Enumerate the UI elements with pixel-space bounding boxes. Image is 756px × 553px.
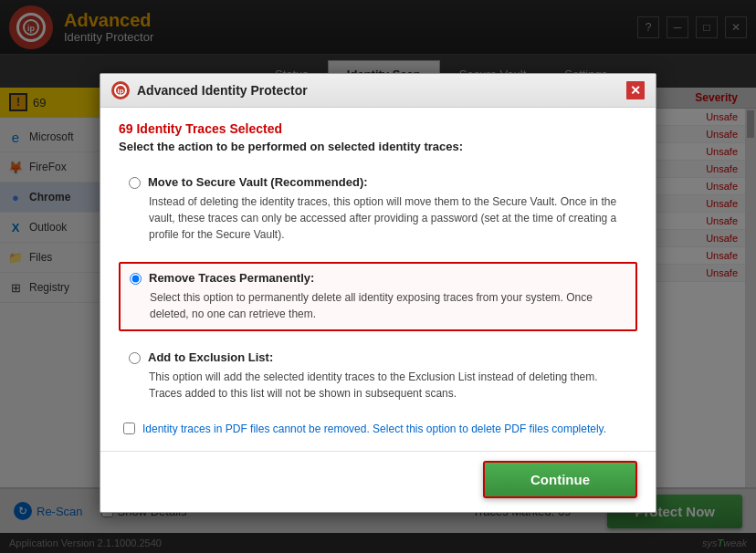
modal-logo-icon: ip [114,84,127,97]
modal-dialog: ip Advanced Identity Protector ✕ 69 Iden… [100,73,656,513]
radio-move-to-vault[interactable] [129,177,141,189]
pdf-warning-checkbox[interactable] [123,423,135,434]
modal-body: 69 Identity Traces Selected Select the a… [100,108,656,451]
pdf-warning-text: Identity traces in PDF files cannot be r… [142,421,606,437]
radio-remove-permanently-label: Remove Traces Permanently: [149,271,314,285]
app-window: ip Advanced Identity Protector ? ─ □ ✕ S… [0,0,756,553]
radio-move-to-vault-desc: Instead of deleting the identity traces,… [129,193,627,243]
radio-move-to-vault-label: Move to Secure Vault (Recommended): [148,175,368,189]
modal-header-icon: ip [111,81,130,99]
option-add-exclusion: Add to Exclusion List: This option will … [119,342,637,410]
radio-remove-permanently-desc: Select this option to permanently delete… [130,289,626,322]
radio-remove-permanently[interactable] [130,273,142,285]
option-move-to-vault: Move to Secure Vault (Recommended): Inst… [119,167,637,251]
option-remove-permanently: Remove Traces Permanently: Select this o… [119,262,637,331]
modal-action-prompt: Select the action to be performed on sel… [119,140,637,153]
pdf-warning: Identity traces in PDF files cannot be r… [119,421,637,437]
modal-close-button[interactable]: ✕ [626,81,645,99]
radio-add-exclusion-label: Add to Exclusion List: [148,350,273,364]
continue-button[interactable]: Continue [483,461,637,498]
modal-footer: Continue [100,451,656,512]
modal-title: Advanced Identity Protector [137,83,619,98]
modal-header: ip Advanced Identity Protector ✕ [100,74,656,108]
radio-add-exclusion[interactable] [129,352,141,364]
modal-overlay: ip Advanced Identity Protector ✕ 69 Iden… [0,0,756,553]
modal-selected-count: 69 Identity Traces Selected [119,121,637,136]
radio-add-exclusion-desc: This option will add the selected identi… [129,369,627,402]
